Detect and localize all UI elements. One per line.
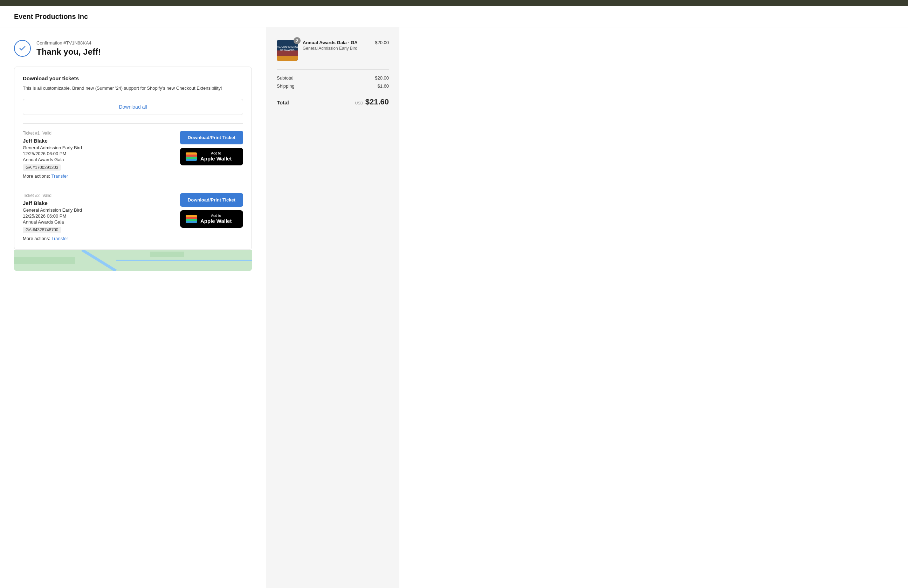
- wallet-icon-2: [186, 215, 197, 223]
- item-name: Annual Awards Gala - GA: [303, 40, 370, 45]
- ticket-2-valid: Valid: [42, 193, 52, 198]
- header: Event Productions Inc: [0, 6, 908, 27]
- ticket-1-ga-badge: GA #1700291203: [23, 164, 61, 171]
- top-bar: [0, 0, 908, 6]
- main-layout: Confirmation #TV1N88KA4 Thank you, Jeff!…: [0, 27, 908, 588]
- order-item: U.S. CONFERENCE OF MAYORS 2 Annual Award…: [277, 40, 389, 61]
- ticket-1-actions: Download/Print Ticket Add to Apple Walle…: [180, 131, 243, 165]
- order-summary: Subtotal $20.00 Shipping $1.60 Total USD…: [277, 69, 389, 106]
- ticket-2-number: Ticket #2: [23, 193, 40, 198]
- ticket-1-more-actions: More actions: Transfer: [23, 174, 82, 179]
- svg-text:OF MAYORS: OF MAYORS: [280, 49, 295, 52]
- confirmation-header: Confirmation #TV1N88KA4 Thank you, Jeff!: [14, 40, 252, 57]
- ticket-1-apple-wallet-button[interactable]: Add to Apple Wallet: [180, 148, 243, 165]
- total-currency: USD: [355, 101, 363, 105]
- shipping-value: $1.60: [377, 84, 389, 89]
- ticket-1-date: 12/25/2026 06:00 PM: [23, 151, 82, 156]
- total-label: Total: [277, 100, 289, 105]
- ticket-1-number: Ticket #1: [23, 131, 40, 135]
- svg-rect-7: [277, 56, 298, 61]
- tickets-card: Download your tickets This is all custom…: [14, 66, 252, 250]
- tickets-card-description: This is all customizable. Brand new (Sum…: [23, 85, 243, 92]
- ticket-2-meta: Ticket #2 Valid: [23, 193, 82, 198]
- svg-rect-3: [14, 257, 75, 264]
- item-details: Annual Awards Gala - GA General Admissio…: [303, 40, 370, 51]
- site-title: Event Productions Inc: [14, 13, 88, 20]
- ticket-2-name: Jeff Blake: [23, 200, 82, 206]
- ticket-2-actions: Download/Print Ticket Add to Apple Walle…: [180, 193, 243, 228]
- ticket-2-type: General Admission Early Bird: [23, 208, 82, 213]
- item-quantity-badge: 2: [293, 37, 301, 44]
- ticket-1-info: Ticket #1 Valid Jeff Blake General Admis…: [23, 131, 82, 179]
- ticket-1-download-print-button[interactable]: Download/Print Ticket: [180, 131, 243, 144]
- wallet-add-text: Add to: [200, 151, 232, 156]
- item-variant: General Admission Early Bird: [303, 46, 370, 51]
- item-image-wrapper: U.S. CONFERENCE OF MAYORS 2: [277, 40, 298, 61]
- subtotal-row: Subtotal $20.00: [277, 75, 389, 81]
- ticket-1-valid: Valid: [42, 131, 52, 135]
- download-all-button[interactable]: Download all: [23, 99, 243, 115]
- wallet-main-text: Apple Wallet: [200, 156, 232, 162]
- wallet-btn-text-2: Add to Apple Wallet: [200, 214, 232, 224]
- check-circle-icon: [14, 40, 31, 57]
- wallet-btn-text: Add to Apple Wallet: [200, 151, 232, 162]
- ticket-2-more-actions: More actions: Transfer: [23, 236, 82, 241]
- confirmation-text-block: Confirmation #TV1N88KA4 Thank you, Jeff!: [36, 40, 101, 57]
- subtotal-value: $20.00: [375, 75, 389, 81]
- ticket-1-more-label: More actions:: [23, 174, 50, 179]
- tickets-card-title: Download your tickets: [23, 75, 243, 81]
- ticket-2-event: Annual Awards Gala: [23, 219, 82, 225]
- ticket-row: Ticket #2 Valid Jeff Blake General Admis…: [23, 186, 243, 241]
- wallet-main-text-2: Apple Wallet: [200, 218, 232, 224]
- ticket-2-info: Ticket #2 Valid Jeff Blake General Admis…: [23, 193, 82, 241]
- svg-text:U.S. CONFERENCE: U.S. CONFERENCE: [277, 45, 298, 48]
- ticket-1-name: Jeff Blake: [23, 138, 82, 144]
- total-value-group: USD $21.60: [355, 97, 389, 106]
- wallet-icon: [186, 152, 197, 161]
- subtotal-label: Subtotal: [277, 75, 293, 81]
- item-price: $20.00: [375, 40, 389, 45]
- shipping-label: Shipping: [277, 84, 295, 89]
- ticket-1-transfer-link[interactable]: Transfer: [51, 174, 68, 179]
- ticket-1-event: Annual Awards Gala: [23, 157, 82, 162]
- ticket-2-apple-wallet-button[interactable]: Add to Apple Wallet: [180, 210, 243, 228]
- ticket-2-more-label: More actions:: [23, 236, 50, 241]
- wallet-add-text-2: Add to: [200, 214, 232, 218]
- total-amount: $21.60: [365, 97, 389, 106]
- left-panel: Confirmation #TV1N88KA4 Thank you, Jeff!…: [0, 27, 266, 588]
- ticket-2-date: 12/25/2026 06:00 PM: [23, 213, 82, 219]
- ticket-2-transfer-link[interactable]: Transfer: [51, 236, 68, 241]
- ticket-row: Ticket #1 Valid Jeff Blake General Admis…: [23, 123, 243, 179]
- confirmation-number: Confirmation #TV1N88KA4: [36, 40, 101, 45]
- shipping-row: Shipping $1.60: [277, 84, 389, 89]
- map-preview: [14, 250, 252, 271]
- total-row: Total USD $21.60: [277, 93, 389, 106]
- right-panel: U.S. CONFERENCE OF MAYORS 2 Annual Award…: [266, 27, 399, 588]
- svg-rect-4: [150, 251, 184, 257]
- ticket-1-meta: Ticket #1 Valid: [23, 131, 82, 135]
- ticket-2-ga-badge: GA #4328748700: [23, 227, 61, 233]
- ticket-2-download-print-button[interactable]: Download/Print Ticket: [180, 193, 243, 207]
- ticket-1-type: General Admission Early Bird: [23, 145, 82, 150]
- thank-you-heading: Thank you, Jeff!: [36, 47, 101, 57]
